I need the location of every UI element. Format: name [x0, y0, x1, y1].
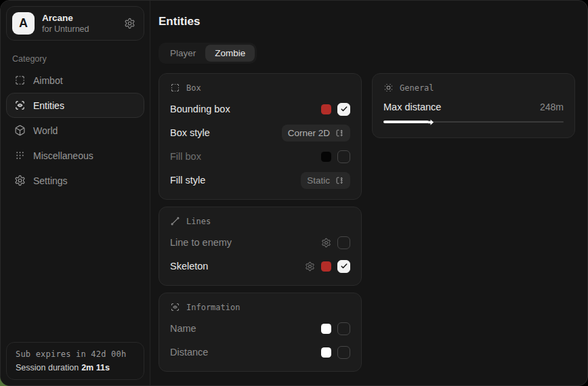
- setting-row-bounding-box: Bounding box: [170, 102, 350, 116]
- sidebar-item-label: Miscellaneous: [33, 150, 93, 161]
- checkbox-checked[interactable]: [337, 260, 350, 273]
- card-title: Information: [186, 303, 240, 312]
- tab-zombie[interactable]: Zombie: [205, 45, 255, 62]
- slider-thumb-icon[interactable]: [427, 119, 434, 126]
- setting-row-box-style: Box style Corner 2D: [170, 125, 350, 140]
- main-content: Entities Player Zombie Box: [150, 1, 588, 385]
- setting-label: Line to enemy: [170, 237, 232, 248]
- checkbox-unchecked[interactable]: [337, 322, 350, 335]
- dots-grid-icon: [14, 150, 26, 161]
- scan-eye-icon: [14, 100, 26, 111]
- focus-icon: [383, 83, 394, 93]
- app-subtitle: for Unturned: [42, 24, 89, 34]
- session-card: Sub expires in 42d 00h Session duration2…: [6, 342, 144, 380]
- check-icon: [340, 262, 348, 270]
- screen: A Arcane for Unturned Category Aimbot: [0, 0, 588, 386]
- setting-row-distance: Distance: [170, 345, 350, 360]
- setting-row-line-to-enemy: Line to enemy: [170, 235, 350, 250]
- max-distance-value: 248m: [540, 102, 564, 112]
- session-duration-value: 2m 11s: [81, 363, 110, 372]
- app-name: Arcane: [42, 13, 89, 23]
- sidebar-item-entities[interactable]: Entities: [6, 93, 144, 118]
- gear-icon: [14, 175, 26, 186]
- right-column: General Max distance 248m: [372, 73, 575, 138]
- fill-style-select[interactable]: Static: [301, 172, 350, 189]
- select-arrows-icon: [335, 176, 344, 185]
- session-duration-text: Session duration2m 11s: [16, 363, 135, 372]
- sidebar-item-world[interactable]: World: [6, 118, 144, 143]
- card-title: Lines: [186, 217, 211, 226]
- gear-icon[interactable]: [305, 261, 315, 272]
- setting-label: Name: [170, 323, 196, 334]
- sidebar-item-label: Settings: [33, 175, 68, 186]
- gear-icon[interactable]: [124, 18, 135, 29]
- sidebar-item-label: Entities: [33, 100, 64, 111]
- entity-tabs: Player Zombie: [159, 43, 257, 64]
- checkbox-unchecked[interactable]: [337, 236, 350, 249]
- line-icon: [170, 216, 180, 226]
- brand-text: Arcane for Unturned: [42, 13, 89, 34]
- category-label: Category: [12, 54, 138, 64]
- color-swatch[interactable]: [321, 261, 331, 272]
- box-style-select[interactable]: Corner 2D: [282, 125, 350, 142]
- card-title: Box: [186, 83, 201, 93]
- setting-label: Max distance: [383, 102, 441, 112]
- color-swatch[interactable]: [321, 324, 331, 334]
- setting-label: Fill style: [170, 175, 205, 186]
- sidebar-item-label: Aimbot: [33, 75, 63, 86]
- scan-eye-icon: [170, 302, 180, 312]
- setting-row-fill-style: Fill style Static: [170, 173, 350, 188]
- session-duration-label: Session duration: [16, 363, 79, 372]
- setting-label: Fill box: [170, 151, 201, 162]
- check-icon: [340, 105, 348, 113]
- left-column: Box Bounding box: [159, 73, 362, 372]
- setting-label: Box style: [170, 127, 210, 138]
- sidebar-item-label: World: [33, 125, 58, 136]
- sidebar-item-settings[interactable]: Settings: [6, 168, 144, 193]
- setting-label: Skeleton: [170, 261, 208, 272]
- setting-row-name: Name: [170, 321, 350, 336]
- package-icon: [14, 125, 26, 136]
- setting-label: Bounding box: [170, 104, 230, 114]
- setting-row-skeleton: Skeleton: [170, 259, 350, 274]
- sidebar: A Arcane for Unturned Category Aimbot: [1, 1, 150, 385]
- tab-player[interactable]: Player: [161, 45, 205, 62]
- setting-row-fill-box: Fill box: [170, 149, 350, 164]
- sidebar-item-miscellaneous[interactable]: Miscellaneous: [6, 143, 144, 168]
- sub-expires-text: Sub expires in 42d 00h: [16, 349, 135, 359]
- box-card: Box Bounding box: [159, 73, 362, 200]
- color-swatch[interactable]: [321, 104, 331, 114]
- max-distance-slider[interactable]: [383, 118, 564, 126]
- checkbox-checked[interactable]: [337, 103, 350, 116]
- slider-fill: [383, 121, 429, 123]
- checkbox-unchecked[interactable]: [337, 346, 350, 359]
- checkbox-unchecked[interactable]: [337, 150, 350, 163]
- gear-icon[interactable]: [321, 238, 331, 248]
- app-logo: A: [12, 12, 35, 35]
- sidebar-item-aimbot[interactable]: Aimbot: [6, 68, 144, 93]
- brand-card: A Arcane for Unturned: [6, 6, 144, 41]
- select-value: Static: [307, 175, 330, 186]
- page-title: Entities: [159, 15, 575, 28]
- app-window: A Arcane for Unturned Category Aimbot: [0, 0, 588, 386]
- general-card: General Max distance 248m: [372, 73, 575, 138]
- color-swatch[interactable]: [321, 347, 331, 358]
- color-swatch[interactable]: [321, 152, 331, 162]
- select-value: Corner 2D: [288, 128, 330, 138]
- setting-label: Distance: [170, 347, 208, 358]
- setting-row-max-distance: Max distance 248m: [383, 102, 564, 112]
- card-title: General: [400, 83, 434, 93]
- box-select-icon: [170, 83, 180, 93]
- sidebar-nav: Aimbot Entities World: [6, 68, 144, 193]
- box-select-icon: [14, 74, 26, 86]
- information-card: Information Name Distance: [159, 293, 362, 372]
- select-arrows-icon: [335, 129, 344, 137]
- lines-card: Lines Line to enemy: [159, 207, 362, 286]
